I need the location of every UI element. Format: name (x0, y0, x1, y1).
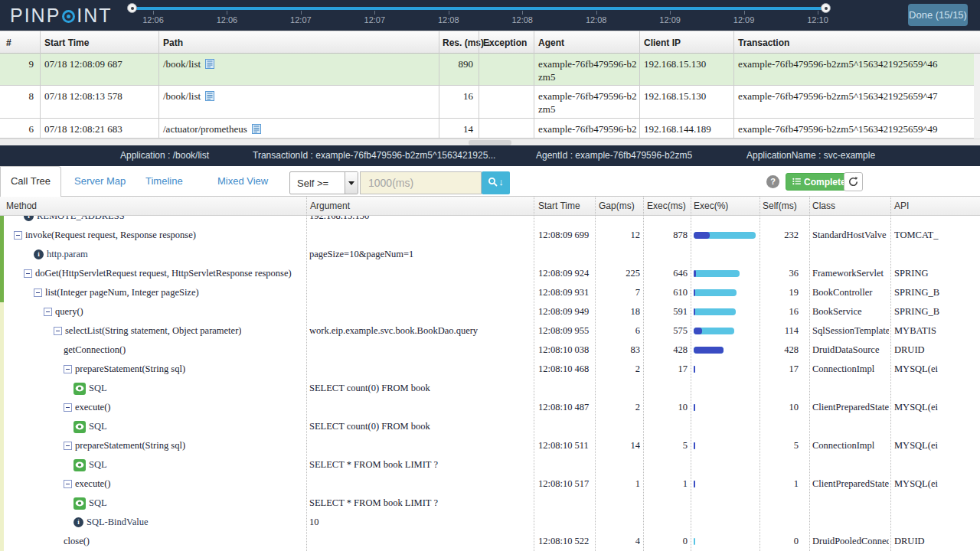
tx-agent: example-76fb479596-b2zm5 (538, 57, 638, 83)
vertical-scrollbar[interactable] (974, 54, 980, 139)
transaction-row[interactable]: 907/18 12:08:09 687/book/list890example-… (0, 54, 974, 86)
done-button[interactable]: Done (15/15) (908, 4, 968, 26)
collapse-expander-icon[interactable] (64, 365, 72, 373)
filter-operator-select[interactable]: Self >= (289, 171, 358, 194)
horizontal-scrollbar[interactable] (0, 139, 980, 145)
call-tree-row[interactable]: getConnection()12:08:10 03883428428Druid… (0, 341, 980, 360)
horizontal-scrollbar-thumb[interactable] (469, 140, 511, 145)
sql-eye-icon[interactable] (74, 421, 86, 433)
call-tree-row[interactable]: ihttp.parampageSize=10&pageNum=1 (0, 245, 980, 264)
collapse-expander-icon[interactable] (44, 308, 52, 316)
call-tree-row[interactable]: list(Integer pageNum, Integer pageSize)1… (0, 283, 980, 302)
collapse-expander-icon[interactable] (64, 403, 72, 412)
tx-client-ip: 192.168.144.189 (644, 122, 711, 135)
call-tree-row[interactable]: prepareStatement(String sql)12:08:10 468… (0, 360, 980, 379)
logo-text-right: INT (77, 5, 112, 26)
call-tree-row[interactable]: SQLSELECT * FROM book LIMIT ? (0, 494, 980, 513)
exec-bar-total (694, 308, 736, 315)
column-divider (439, 31, 439, 139)
tick-label: 12:07 (290, 15, 312, 24)
logo-text-left: PINP (10, 5, 60, 26)
tick-mark (374, 11, 375, 15)
call-tree-row[interactable]: SQLSELECT * FROM book LIMIT ? (0, 455, 980, 474)
col-header-transaction[interactable]: Transaction (738, 37, 789, 48)
ct-col-argument[interactable]: Argument (310, 201, 350, 211)
ct-col-method[interactable]: Method (6, 201, 37, 211)
ct-col-class[interactable]: Class (812, 201, 835, 211)
call-tree-row[interactable]: iREMOTE_ADDRESS192.168.15.130 (0, 216, 980, 226)
complete-button[interactable]: Complete (786, 173, 853, 191)
col-header-agent[interactable]: Agent (538, 37, 564, 48)
sql-eye-icon[interactable] (74, 459, 86, 471)
call-tree-row[interactable]: SQLSELECT count(0) FROM book (0, 379, 980, 398)
call-tree-row[interactable]: iSQL-BindValue10 (0, 513, 980, 532)
transaction-row[interactable]: 607/18 12:08:21 683/actuator/prometheus1… (0, 119, 974, 139)
collapse-expander-icon[interactable] (24, 269, 32, 278)
call-tree-row[interactable]: SQLSELECT count(0) FROM book (0, 417, 980, 436)
argument-cell: 10 (309, 513, 530, 532)
ct-col-api[interactable]: API (894, 201, 909, 211)
col-header-start-time[interactable]: Start Time (44, 37, 89, 48)
ct-col-start-time[interactable]: Start Time (538, 201, 580, 211)
call-tree-row[interactable]: doGet(HttpServletRequest request, HttpSe… (0, 264, 980, 283)
document-icon[interactable] (205, 59, 214, 72)
document-icon[interactable] (205, 91, 214, 104)
exec-bar-self (694, 481, 695, 487)
list-icon (792, 177, 801, 187)
call-tree-row[interactable]: close()12:08:10 522400DruidPooledConnect… (0, 532, 980, 551)
sql-eye-icon[interactable] (74, 497, 86, 510)
exec-ms-cell: 1 (645, 474, 688, 494)
help-icon[interactable]: ? (766, 175, 779, 188)
col-header-client-ip[interactable]: Client IP (644, 37, 681, 48)
call-tree-row[interactable]: execute()12:08:10 48721010ClientPrepared… (0, 398, 980, 417)
column-divider (534, 31, 534, 139)
exec-percent-bar (694, 347, 756, 354)
call-tree-row[interactable]: execute()12:08:10 517111ClientPreparedSt… (0, 474, 980, 494)
exec-percent-bar (694, 538, 756, 545)
start-time-cell: 12:08:10 511 (538, 436, 593, 455)
collapse-expander-icon[interactable] (64, 480, 72, 488)
filter-threshold-input[interactable] (360, 171, 482, 194)
collapse-expander-icon[interactable] (34, 289, 42, 297)
ct-col-exec-pct[interactable]: Exec(%) (694, 201, 728, 211)
sql-eye-icon[interactable] (74, 383, 86, 395)
tab-timeline[interactable]: Timeline (145, 175, 183, 187)
ct-col-exec[interactable]: Exec(ms) (647, 201, 686, 211)
class-cell: SqlSessionTemplate (812, 321, 889, 341)
document-icon[interactable] (252, 124, 261, 137)
collapse-expander-icon[interactable] (64, 442, 72, 450)
tx-path: /book/list (163, 57, 214, 72)
info-agent-id: AgentId : example-76fb479596-b2zm5 (536, 150, 692, 161)
method-name: SQL-BindValue (87, 517, 149, 528)
ct-col-self[interactable]: Self(ms) (763, 201, 797, 211)
call-tree-row[interactable]: query()12:08:09 9491859116BookServiceSPR… (0, 302, 980, 321)
info-icon: i (74, 517, 83, 527)
tab-server-map[interactable]: Server Map (74, 175, 126, 187)
call-tree-row[interactable]: prepareStatement(String sql)12:08:10 511… (0, 436, 980, 455)
transaction-table-header: # Start Time Path Res. (ms) ↓ Exception … (0, 31, 980, 54)
slider-handle-left[interactable] (127, 3, 137, 13)
start-time-cell: 12:08:10 517 (538, 474, 593, 494)
call-tree-row[interactable]: selectList(String statement, Object para… (0, 321, 980, 341)
tab-mixed-view[interactable]: Mixed View (217, 175, 268, 187)
collapse-expander-icon[interactable] (54, 327, 62, 335)
slider-track[interactable] (132, 7, 825, 10)
pinpoint-logo[interactable]: PINPINT (10, 5, 113, 27)
tab-call-tree[interactable]: Call Tree (0, 166, 61, 197)
class-cell: BookController (812, 283, 889, 302)
self-ms-cell: 16 (761, 302, 799, 321)
ct-col-gap[interactable]: Gap(ms) (599, 201, 635, 211)
slider-handle-right[interactable] (821, 3, 831, 13)
collapse-expander-icon[interactable] (14, 231, 22, 240)
api-cell: SPRING (894, 264, 978, 283)
col-header-num[interactable]: # (6, 37, 11, 48)
start-time-cell: 12:08:10 038 (538, 341, 593, 360)
transaction-row[interactable]: 807/18 12:08:13 578/book/list16example-7… (0, 86, 974, 119)
search-button[interactable]: ↓ (482, 171, 510, 194)
col-header-exception[interactable]: Exception (483, 37, 527, 48)
refresh-icon[interactable] (844, 172, 863, 191)
col-header-path[interactable]: Path (163, 37, 183, 48)
row-group-indicator-green (0, 216, 4, 302)
chevron-down-icon[interactable] (345, 172, 358, 194)
call-tree-row[interactable]: invoke(Request request, Response respons… (0, 226, 980, 245)
